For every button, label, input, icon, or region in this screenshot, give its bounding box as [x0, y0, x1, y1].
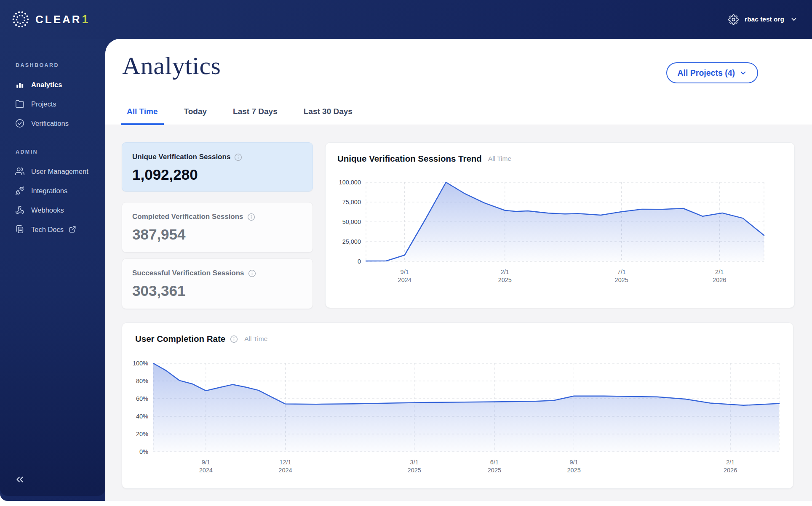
- svg-text:2/1: 2/1: [715, 269, 724, 275]
- bar-chart-icon: [15, 80, 24, 89]
- svg-text:50,000: 50,000: [342, 218, 361, 225]
- svg-text:2/1: 2/1: [726, 459, 735, 466]
- svg-text:2024: 2024: [398, 277, 411, 283]
- svg-text:2/1: 2/1: [501, 269, 509, 275]
- stat-label: Successful Verification Sessions: [132, 269, 244, 277]
- org-name[interactable]: rbac test org: [745, 16, 784, 23]
- webhook-icon: [15, 205, 24, 215]
- trend-chart-range-label: All Time: [488, 155, 511, 162]
- svg-text:100,000: 100,000: [339, 179, 361, 186]
- sidebar-item-label: Analytics: [31, 81, 62, 89]
- stat-value: 1,092,280: [132, 166, 302, 183]
- check-circle-icon: [15, 119, 24, 128]
- sidebar-item-label: Tech Docs: [31, 226, 64, 234]
- svg-text:6/1: 6/1: [490, 459, 499, 466]
- completion-chart-title: User Completion Rate: [135, 334, 225, 344]
- chevron-down-icon: [739, 69, 747, 77]
- tab-all-time[interactable]: All Time: [121, 107, 164, 125]
- logo-accent: 1: [82, 13, 88, 26]
- sidebar-item-integrations[interactable]: Integrations: [0, 181, 105, 200]
- svg-text:7/1: 7/1: [617, 269, 626, 275]
- info-icon[interactable]: [248, 269, 256, 277]
- svg-text:100%: 100%: [133, 360, 148, 367]
- sidebar-item-analytics[interactable]: Analytics: [0, 75, 105, 94]
- collapse-sidebar-button[interactable]: [14, 474, 25, 485]
- app-shell: CLEAR1 rbac test org DASHBOARD Analytic: [0, 0, 812, 501]
- svg-text:80%: 80%: [136, 378, 148, 384]
- sidebar-item-tech-docs[interactable]: Tech Docs: [0, 220, 105, 239]
- sidebar-item-verifications[interactable]: Verifications: [0, 114, 105, 133]
- svg-text:0%: 0%: [139, 448, 148, 455]
- documents-icon: [15, 225, 24, 234]
- svg-text:2025: 2025: [615, 277, 628, 283]
- trend-chart-title: Unique Verification Sessions Trend: [337, 154, 482, 164]
- svg-text:9/1: 9/1: [202, 459, 210, 466]
- time-range-tabs: All Time Today Last 7 Days Last 30 Days: [121, 107, 358, 125]
- svg-text:60%: 60%: [136, 395, 148, 402]
- svg-text:9/1: 9/1: [401, 269, 409, 275]
- gear-icon[interactable]: [728, 14, 739, 25]
- stat-value: 303,361: [132, 282, 302, 299]
- info-icon[interactable]: [230, 335, 238, 343]
- completion-rate-chart-card: User Completion Rate All Time 0%20%40%60…: [122, 322, 793, 489]
- all-projects-dropdown-button[interactable]: All Projects (4): [666, 62, 758, 83]
- svg-text:75,000: 75,000: [342, 199, 361, 205]
- completion-rate-area-chart: 0%20%40%60%80%100%9/1202412/120243/12025…: [132, 356, 783, 482]
- trend-chart-card: Unique Verification Sessions Trend All T…: [325, 142, 795, 308]
- svg-text:2025: 2025: [567, 467, 580, 474]
- svg-text:2024: 2024: [278, 467, 292, 474]
- stat-label: Unique Verification Sessions: [132, 153, 230, 161]
- svg-text:40%: 40%: [136, 413, 148, 420]
- svg-text:9/1: 9/1: [570, 459, 578, 466]
- page-title: Analytics: [122, 51, 221, 80]
- sidebar-section-dashboard-label: DASHBOARD: [16, 62, 59, 68]
- external-link-icon: [69, 226, 76, 233]
- topbar: CLEAR1 rbac test org: [0, 0, 812, 39]
- main-content: Analytics All Projects (4) All Time Toda…: [105, 39, 812, 501]
- sidebar-item-projects[interactable]: Projects: [0, 94, 105, 114]
- svg-text:2025: 2025: [488, 467, 501, 474]
- sidebar-item-webhooks[interactable]: Webhooks: [0, 200, 105, 220]
- sidebar-item-label: Verifications: [31, 120, 69, 128]
- folder-icon: [15, 99, 24, 109]
- svg-text:2024: 2024: [199, 467, 213, 474]
- org-switcher[interactable]: rbac test org: [728, 14, 798, 25]
- page-header: Analytics All Projects (4) All Time Toda…: [105, 39, 812, 125]
- sidebar: DASHBOARD Analytics Projects Verificatio…: [0, 39, 105, 496]
- tab-last-30-days[interactable]: Last 30 Days: [298, 107, 358, 125]
- info-icon[interactable]: [247, 213, 255, 221]
- stat-card-unique-sessions[interactable]: Unique Verification Sessions 1,092,280: [122, 142, 313, 192]
- sidebar-dashboard-list: Analytics Projects Verifications: [0, 75, 105, 133]
- stat-value: 387,954: [132, 226, 302, 243]
- tab-today[interactable]: Today: [178, 107, 213, 125]
- stat-card-successful-sessions[interactable]: Successful Verification Sessions 303,361: [122, 258, 313, 309]
- sidebar-item-label: Projects: [31, 100, 56, 108]
- svg-text:2025: 2025: [408, 467, 421, 474]
- all-projects-label: All Projects (4): [677, 68, 735, 78]
- sidebar-admin-list: User Management Integrations Webhooks Te…: [0, 162, 105, 239]
- svg-text:20%: 20%: [136, 431, 148, 437]
- svg-text:2026: 2026: [724, 467, 737, 474]
- trend-area-chart: 025,00050,00075,000100,0009/120242/12025…: [336, 176, 782, 298]
- completion-chart-range-label: All Time: [244, 335, 267, 343]
- svg-text:2025: 2025: [498, 277, 512, 283]
- plug-icon: [15, 186, 24, 195]
- stat-card-completed-sessions[interactable]: Completed Verification Sessions 387,954: [122, 202, 313, 253]
- svg-text:3/1: 3/1: [410, 459, 419, 466]
- sidebar-item-label: User Management: [31, 168, 88, 176]
- clear1-logo: CLEAR1: [11, 10, 88, 29]
- chevron-down-icon[interactable]: [790, 16, 798, 23]
- sidebar-item-label: Webhooks: [31, 206, 64, 214]
- svg-text:0: 0: [358, 258, 361, 265]
- clear-dotted-ring-logo-icon: [11, 10, 30, 29]
- svg-text:25,000: 25,000: [342, 238, 361, 245]
- logo-text: CLEAR: [35, 13, 82, 26]
- svg-text:12/1: 12/1: [279, 459, 291, 466]
- tab-last-7-days[interactable]: Last 7 Days: [227, 107, 283, 125]
- logo-wordmark: CLEAR1: [35, 13, 88, 26]
- sidebar-item-label: Integrations: [31, 187, 67, 195]
- sidebar-section-admin-label: ADMIN: [16, 149, 38, 155]
- info-icon[interactable]: [234, 153, 242, 161]
- svg-text:2026: 2026: [713, 277, 726, 283]
- sidebar-item-user-management[interactable]: User Management: [0, 162, 105, 181]
